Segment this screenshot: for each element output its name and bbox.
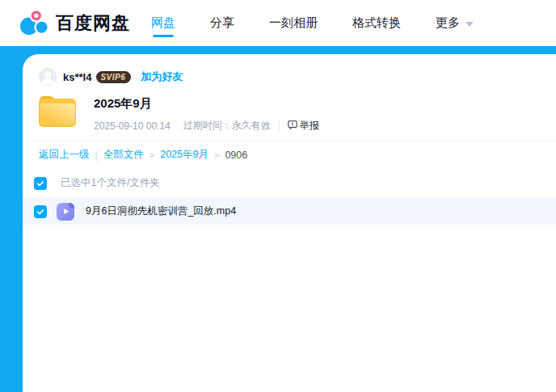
meta-divider	[279, 121, 280, 131]
breadcrumb-separator: >	[214, 150, 219, 160]
shared-folder-header: 2025年9月 2025-09-10 00:14 过期时间：永久有效	[39, 93, 319, 133]
nav-tab-label: 更多	[436, 15, 460, 31]
breadcrumb-all-files-link[interactable]: 全部文件	[103, 148, 144, 162]
baidu-netdisk-logo[interactable]: 百度网盘	[20, 7, 130, 40]
video-file-icon	[57, 203, 74, 221]
share-content-panel: ks**l4 SVIP6 加为好友 2025年9月 2025-09-10 00:…	[23, 54, 556, 392]
nav-tab-label: 网盘	[151, 15, 175, 31]
main-nav: 网盘 分享 一刻相册 格式转换 更多	[151, 0, 474, 46]
breadcrumb-back-link[interactable]: 返回上一级	[39, 148, 90, 162]
baidu-netdisk-share-page: 百度网盘 网盘 分享 一刻相册 格式转换 更多	[0, 0, 556, 392]
nav-tab-album[interactable]: 一刻相册	[269, 0, 318, 46]
sharer-username: ks**l4	[63, 71, 91, 83]
chevron-down-icon	[465, 22, 474, 27]
top-header: 百度网盘 网盘 分享 一刻相册 格式转换 更多	[0, 0, 556, 46]
file-checkbox[interactable]	[34, 205, 47, 218]
selection-summary-row: 已选中1个文件/文件夹	[34, 176, 160, 190]
add-friend-link[interactable]: 加为好友	[141, 70, 183, 84]
cloud-logo-icon	[20, 7, 49, 40]
svip-badge: SVIP6	[96, 71, 131, 83]
selection-count-text: 已选中1个文件/文件夹	[61, 176, 160, 190]
folder-info: 2025年9月 2025-09-10 00:14 过期时间：永久有效	[94, 93, 319, 133]
breadcrumb-current: 0906	[225, 150, 247, 161]
active-tab-underline	[153, 35, 174, 37]
nav-tab-label: 一刻相册	[269, 15, 318, 31]
logo-text: 百度网盘	[56, 11, 130, 36]
file-row[interactable]: 9月6日洞彻先机密训营_回放.mp4	[23, 198, 556, 225]
nav-tab-label: 格式转换	[352, 15, 401, 31]
nav-tab-format-convert[interactable]: 格式转换	[352, 0, 401, 46]
share-title: 2025年9月	[94, 96, 319, 112]
report-icon	[288, 120, 297, 132]
expire-info: 过期时间：永久有效	[183, 119, 271, 133]
share-meta-row: 2025-09-10 00:14 过期时间：永久有效 举报	[94, 119, 319, 133]
report-label: 举报	[300, 119, 319, 133]
breadcrumb-pipe: |	[95, 150, 98, 161]
file-name[interactable]: 9月6日洞彻先机密训营_回放.mp4	[86, 204, 236, 218]
breadcrumb-folder-link[interactable]: 2025年9月	[160, 148, 208, 162]
user-avatar	[39, 68, 57, 86]
nav-tab-share[interactable]: 分享	[210, 0, 234, 46]
nav-tab-more[interactable]: 更多	[436, 0, 474, 46]
sharer-info-row: ks**l4 SVIP6 加为好友	[39, 68, 183, 86]
folder-icon	[39, 95, 76, 128]
report-button[interactable]: 举报	[288, 119, 319, 133]
nav-tab-netdisk[interactable]: 网盘	[151, 0, 175, 46]
breadcrumb-separator: >	[150, 150, 154, 160]
breadcrumb: 返回上一级 | 全部文件 > 2025年9月 > 0906	[39, 148, 247, 162]
section-divider	[31, 141, 556, 141]
share-time: 2025-09-10 00:14	[94, 120, 171, 132]
select-all-checkbox[interactable]	[34, 177, 47, 190]
nav-tab-label: 分享	[210, 15, 234, 31]
